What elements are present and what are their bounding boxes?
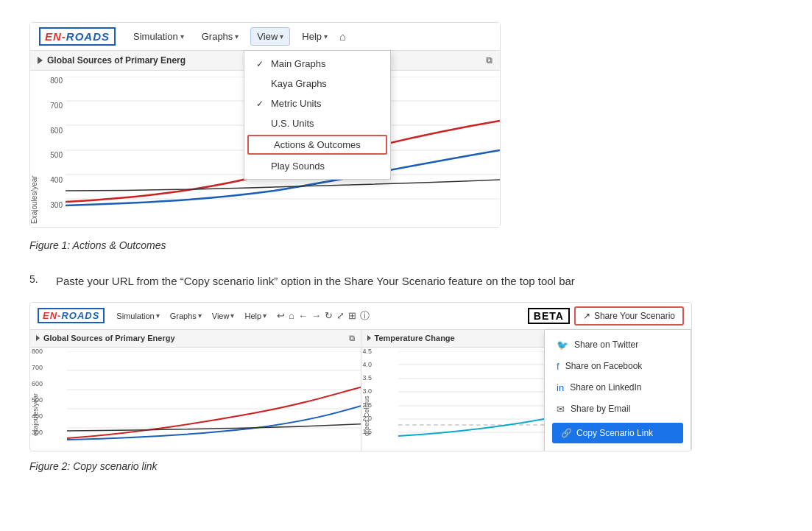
beta-badge: BETA — [528, 308, 570, 324]
figure1-caption: Figure 1: Actions & Outcomes — [29, 239, 783, 251]
enroads-logo1: EN-ROADS — [39, 27, 116, 46]
forward-icon[interactable]: → — [311, 310, 321, 321]
view-chevron2: ▾ — [230, 312, 234, 320]
simulation-chevron1: ▾ — [180, 32, 184, 41]
left-chart-panel: Global Sources of Primary Energy ⧉ 800 7… — [30, 330, 361, 451]
toolbar1: EN-ROADS Simulation ▾ Graphs ▾ View ▾ He… — [30, 23, 500, 51]
graphs-menu2[interactable]: Graphs ▾ — [167, 310, 205, 322]
share-icon: ↗ — [583, 311, 590, 321]
share-facebook-item[interactable]: f Share on Facebook — [545, 356, 691, 377]
dropdown-item-main-graphs[interactable]: ✓ Main Graphs — [244, 54, 390, 74]
expand-left-icon — [36, 335, 40, 341]
email-icon: ✉ — [557, 404, 565, 415]
share-your-scenario-button[interactable]: ↗ Share Your Scenario — [574, 306, 684, 326]
dropdown-item-metric-units[interactable]: ✓ Metric Units — [244, 94, 390, 113]
left-copy-icon[interactable]: ⧉ — [349, 334, 355, 343]
help-chevron2: ▾ — [263, 312, 266, 320]
refresh-icon[interactable]: ↻ — [325, 310, 333, 321]
copy-scenario-link-button[interactable]: 🔗 Copy Scenario Link — [552, 423, 683, 443]
toolbar2: EN-ROADS Simulation ▾ Graphs ▾ View ▾ He… — [30, 303, 691, 330]
enroads-logo2: EN-ROADS — [38, 308, 105, 323]
twitter-icon: 🐦 — [557, 340, 568, 351]
figure1-container: EN-ROADS Simulation ▾ Graphs ▾ View ▾ He… — [29, 22, 501, 228]
dropdown-item-us-units[interactable]: U.S. Units — [244, 113, 390, 133]
figure2-caption: Figure 2: Copy scenario link — [29, 460, 783, 472]
share-email-item[interactable]: ✉ Share by Email — [545, 398, 691, 420]
graphs-chevron1: ▾ — [235, 32, 239, 41]
simulation-chevron2: ▾ — [156, 312, 160, 320]
dropdown-item-kaya-graphs[interactable]: Kaya Graphs — [244, 74, 390, 94]
facebook-icon: f — [557, 361, 559, 372]
expand-right-icon — [367, 335, 371, 341]
copy-icon1[interactable]: ⧉ — [486, 55, 493, 66]
dropdown-item-play-sounds[interactable]: Play Sounds — [244, 156, 390, 176]
step5-text: Paste your URL from the “Copy scenario l… — [56, 273, 575, 290]
y-axis-title1: Exajoules/year — [30, 77, 40, 224]
left-chart-svg — [67, 351, 361, 447]
info-icon[interactable]: ⓘ — [360, 309, 370, 323]
graphs-chevron2: ▾ — [198, 312, 202, 320]
help-menu2[interactable]: Help ▾ — [241, 310, 269, 322]
toolbar-icons2: ↩ ⌂ ← → ↻ ⤢ ⊞ ⓘ — [277, 309, 370, 323]
grid-icon[interactable]: ⊞ — [348, 310, 356, 321]
share-dropdown: 🐦 Share on Twitter f Share on Facebook i… — [544, 329, 691, 451]
left-panel-chart: 800 700 600 500 400 300 exajoules/year — [30, 348, 361, 451]
view-chevron1: ▾ — [280, 32, 283, 41]
left-panel-header: Global Sources of Primary Energy ⧉ — [30, 330, 361, 348]
expand-icon[interactable]: ⤢ — [336, 310, 345, 321]
left-y-title: exajoules/year — [32, 355, 39, 436]
simulation-menu1[interactable]: Simulation ▾ — [127, 28, 190, 45]
help-chevron1: ▾ — [324, 32, 328, 41]
home-icon1[interactable]: ⌂ — [339, 30, 346, 43]
share-twitter-item[interactable]: 🐦 Share on Twitter — [545, 334, 691, 356]
home-icon2[interactable]: ⌂ — [289, 310, 294, 321]
help-menu1[interactable]: Help ▾ — [296, 28, 333, 45]
step5-number: 5. — [29, 273, 44, 285]
share-linkedin-item[interactable]: in Share on LinkedIn — [545, 377, 691, 398]
dropdown-item-actions-outcomes[interactable]: Actions & Outcomes — [247, 135, 387, 155]
view-dropdown1: ✓ Main Graphs Kaya Graphs ✓ Metric Units… — [244, 50, 391, 180]
y-axis-labels1: 800 700 600 500 400 300 — [40, 77, 66, 224]
figure2-container: EN-ROADS Simulation ▾ Graphs ▾ View ▾ He… — [29, 302, 692, 451]
undo-icon[interactable]: ↩ — [277, 310, 285, 321]
simulation-menu2[interactable]: Simulation ▾ — [113, 310, 162, 322]
view-menu2[interactable]: View ▾ — [209, 310, 238, 322]
graphs-menu1[interactable]: Graphs ▾ — [196, 28, 245, 45]
back-icon[interactable]: ← — [298, 310, 308, 321]
copy-link-icon: 🔗 — [561, 428, 572, 438]
expand-icon1 — [38, 57, 43, 64]
linkedin-icon: in — [557, 382, 564, 393]
right-y-title: grees Celsius — [363, 355, 370, 436]
step5-section: 5. Paste your URL from the “Copy scenari… — [29, 273, 783, 290]
view-menu1[interactable]: View ▾ — [250, 27, 290, 46]
